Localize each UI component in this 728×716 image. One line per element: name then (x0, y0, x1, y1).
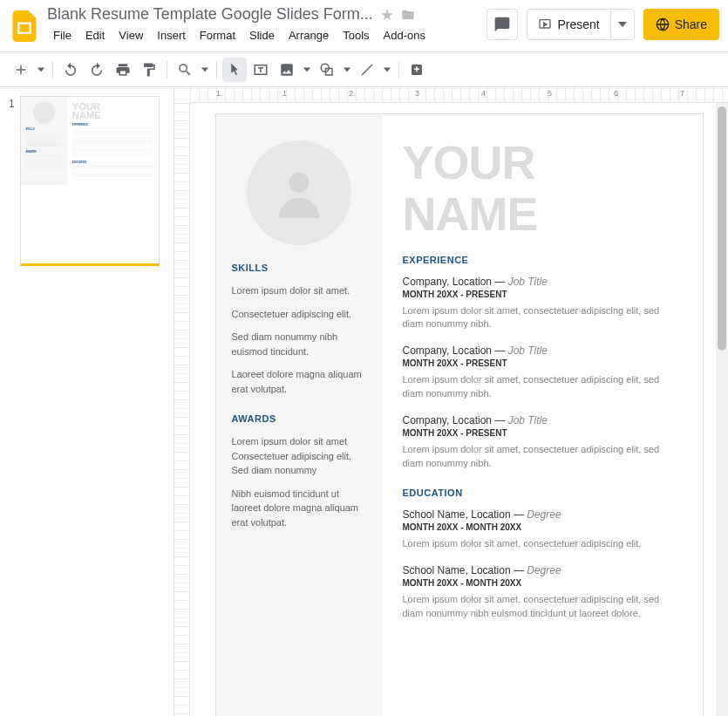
image-tool[interactable] (275, 58, 299, 82)
education-school[interactable]: School Name, Location — Degree (403, 564, 682, 576)
header-actions: Present Share (486, 5, 719, 40)
canvas-scroll[interactable]: SKILLS Lorem ipsum dolor sit amet. Conse… (190, 103, 728, 716)
experience-company[interactable]: Company, Location — Job Title (403, 414, 682, 426)
menu-slide[interactable]: Slide (243, 25, 281, 45)
ruler-mark: 1 (216, 89, 221, 98)
document-title[interactable]: Blank Resume Template Google Slides Form… (47, 5, 373, 24)
skill-item[interactable]: Lorem ipsum dolor sit amet. (232, 283, 366, 298)
experience-desc[interactable]: Lorem ipsum dolor sit amet, consectetuer… (403, 443, 682, 470)
ruler-mark: 2 (349, 89, 353, 98)
ruler-mark: 1 (282, 89, 287, 98)
award-item[interactable]: Lorem ipsum dolor sit amet Consectetuer … (232, 434, 366, 478)
slide-thumbnail-row: 1 SKILLS AWARDS YOURNAME EXPERIEN (9, 96, 165, 266)
ruler-mark: 4 (481, 89, 486, 98)
separator (398, 61, 399, 78)
experience-dates[interactable]: MONTH 20XX - PRESENT (403, 358, 682, 368)
resume-main: YOUR NAME EXPERIENCE Company, Location —… (382, 114, 703, 716)
experience-dates[interactable]: MONTH 20XX - PRESENT (403, 290, 682, 299)
separator (52, 61, 53, 78)
slide-number: 1 (9, 96, 15, 266)
menu-format[interactable]: Format (194, 25, 242, 45)
image-dropdown[interactable] (301, 58, 313, 82)
workspace: 1 SKILLS AWARDS YOURNAME EXPERIEN (0, 87, 728, 716)
slides-logo[interactable] (9, 5, 40, 47)
vertical-ruler[interactable] (174, 103, 190, 716)
menu-insert[interactable]: Insert (151, 25, 192, 45)
svg-point-8 (289, 173, 309, 193)
menu-view[interactable]: View (112, 25, 149, 45)
textbox-tool[interactable] (248, 58, 273, 82)
avatar-placeholder[interactable] (247, 140, 351, 245)
select-tool[interactable] (222, 58, 247, 82)
experience-desc[interactable]: Lorem ipsum dolor sit amet, consectetuer… (403, 373, 682, 400)
present-label: Present (557, 17, 599, 31)
line-tool[interactable] (355, 58, 379, 82)
undo-button[interactable] (58, 58, 83, 82)
title-area: Blank Resume Template Google Slides Form… (47, 5, 486, 45)
present-dropdown[interactable] (610, 10, 634, 39)
experience-desc[interactable]: Lorem ipsum dolor sit amet, consectetuer… (403, 304, 682, 331)
experience-heading[interactable]: EXPERIENCE (403, 255, 682, 265)
toolbar (0, 52, 728, 87)
menu-edit[interactable]: Edit (79, 25, 111, 45)
education-school[interactable]: School Name, Location — Degree (403, 508, 682, 521)
print-button[interactable] (111, 58, 135, 82)
shape-tool[interactable] (315, 58, 339, 82)
ruler-mark: 6 (614, 89, 618, 98)
menu-tools[interactable]: Tools (337, 25, 375, 45)
education-dates[interactable]: MONTH 20XX - MONTH 20XX (403, 522, 682, 532)
experience-company[interactable]: Company, Location — Job Title (403, 344, 682, 357)
present-button-group: Present (527, 9, 634, 40)
share-label: Share (675, 17, 707, 31)
globe-icon (656, 17, 670, 31)
education-dates[interactable]: MONTH 20XX - MONTH 20XX (403, 578, 682, 588)
name-line1[interactable]: YOUR (403, 140, 682, 185)
experience-dates[interactable]: MONTH 20XX - PRESENT (403, 428, 682, 438)
ruler-mark: 7 (680, 89, 684, 98)
awards-heading[interactable]: AWARDS (232, 413, 366, 424)
award-item[interactable]: Nibh euismod tincidunt ut laoreet dolore… (232, 487, 366, 530)
skill-item[interactable]: Consectetuer adipiscing elit. (232, 307, 366, 322)
redo-button[interactable] (85, 58, 109, 82)
experience-company[interactable]: Company, Location — Job Title (403, 276, 682, 288)
paint-format-button[interactable] (137, 58, 161, 82)
skill-item[interactable]: Sed diam nonummy nibh euismod tincidunt. (232, 330, 366, 358)
menu-bar: File Edit View Insert Format Slide Arran… (47, 25, 486, 45)
skill-item[interactable]: Laoreet dolore magna aliquam erat volutp… (232, 367, 366, 396)
svg-rect-1 (19, 24, 29, 32)
filmstrip: 1 SKILLS AWARDS YOURNAME EXPERIEN (0, 87, 174, 716)
line-dropdown[interactable] (381, 58, 393, 82)
shape-dropdown[interactable] (341, 58, 353, 82)
menu-file[interactable]: File (47, 25, 78, 45)
chevron-down-icon (618, 20, 627, 29)
ruler-mark: 5 (548, 89, 552, 98)
education-desc[interactable]: Lorem ipsum dolor sit amet, consectetuer… (403, 537, 682, 550)
present-button[interactable]: Present (527, 17, 609, 31)
ruler-mark: 3 (415, 89, 419, 98)
education-desc[interactable]: Lorem ipsum dolor sit amet, consectetuer… (403, 593, 682, 620)
skills-heading[interactable]: SKILLS (232, 263, 366, 273)
zoom-button[interactable] (173, 58, 197, 82)
new-slide-dropdown[interactable] (35, 58, 47, 82)
share-button[interactable]: Share (643, 9, 719, 40)
menu-arrange[interactable]: Arrange (282, 25, 335, 45)
separator (167, 61, 167, 78)
resume-sidebar: SKILLS Lorem ipsum dolor sit amet. Conse… (216, 114, 382, 716)
horizontal-ruler[interactable]: 1 1 2 3 4 5 6 7 (190, 87, 728, 103)
slide-canvas[interactable]: SKILLS Lorem ipsum dolor sit amet. Conse… (215, 113, 704, 716)
move-folder-icon[interactable] (401, 8, 415, 22)
app-header: Blank Resume Template Google Slides Form… (0, 0, 728, 52)
new-slide-button[interactable] (9, 58, 33, 82)
menu-addons[interactable]: Add-ons (378, 25, 432, 45)
comments-button[interactable] (486, 9, 518, 40)
slide-thumbnail-1[interactable]: SKILLS AWARDS YOURNAME EXPERIENCE EDUCAT… (20, 96, 160, 266)
separator (216, 61, 217, 78)
canvas-area: 1 1 2 3 4 5 6 7 SKILLS Lorem ipsum dolor… (174, 87, 728, 716)
comment-tool[interactable] (405, 58, 429, 82)
name-line2[interactable]: NAME (403, 192, 682, 236)
zoom-dropdown[interactable] (199, 58, 211, 82)
education-heading[interactable]: EDUCATION (403, 488, 682, 498)
star-icon[interactable] (380, 8, 394, 22)
